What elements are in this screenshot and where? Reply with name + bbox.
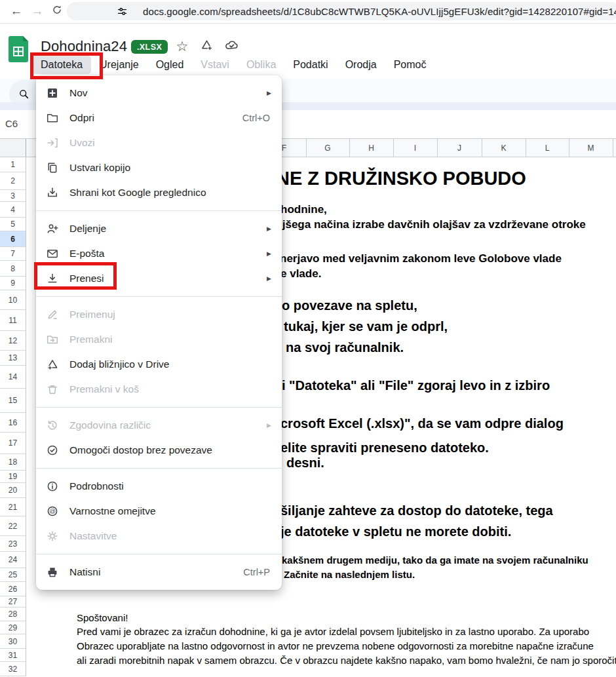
file-menu-item-zgodovina[interactable]: Zgodovina različic▶ xyxy=(36,413,282,438)
column-header-K[interactable]: K xyxy=(482,138,526,157)
copy-icon xyxy=(46,161,59,174)
site-info-icon[interactable] xyxy=(92,6,128,17)
google-sheets-logo-icon[interactable] xyxy=(9,36,28,62)
column-header-M[interactable]: M xyxy=(569,138,613,157)
file-menu-item-deljenje[interactable]: Deljenje▶ xyxy=(36,216,282,241)
file-menu-item-label: Varnostne omejitve xyxy=(69,505,156,517)
menubar-item-orodja[interactable]: Orodja xyxy=(337,56,385,74)
file-menu-item-dodaj-bliznjico[interactable]: Dodaj bližnjico v Drive xyxy=(36,352,282,377)
column-header-I[interactable]: I xyxy=(393,138,437,157)
row-header-23[interactable]: 23 xyxy=(0,536,26,552)
cell-reference-box[interactable]: C6 xyxy=(5,118,18,129)
row-header-12[interactable]: 12 xyxy=(0,331,26,351)
download-icon xyxy=(46,272,59,285)
row-header-7[interactable]: 7 xyxy=(0,247,26,261)
row-header-14[interactable]: 14 xyxy=(0,366,26,389)
file-menu-item-varnostne-omejitve[interactable]: @Varnostne omejitve xyxy=(36,499,282,524)
file-menu-item-label: Dodaj bližnjico v Drive xyxy=(69,358,169,370)
row-header-27[interactable]: 27 xyxy=(0,596,26,608)
file-menu-item-podrobnosti[interactable]: Podrobnosti xyxy=(36,474,282,499)
submenu-arrow-icon: ▶ xyxy=(267,225,271,232)
menubar-item-datoteka[interactable]: Datoteka xyxy=(32,56,91,74)
file-menu-item-odpri[interactable]: OdpriCtrl+O xyxy=(36,106,282,130)
row-header-8[interactable]: 8 xyxy=(0,261,26,277)
column-header-J[interactable]: J xyxy=(437,138,482,157)
row-header-20[interactable]: 20 xyxy=(0,483,26,498)
sheet-cell-text-13: šiljanje zahteve za dostop do datoteke, … xyxy=(280,503,553,518)
row-header-21[interactable]: 21 xyxy=(0,498,26,516)
row-header-15[interactable]: 15 xyxy=(0,389,26,413)
column-header-L[interactable]: L xyxy=(526,138,569,157)
history-icon xyxy=(46,419,59,432)
settings-gear-icon xyxy=(46,530,59,543)
file-menu-item-premakni-v-kos[interactable]: Premakni v koš xyxy=(36,377,282,402)
row-header-13[interactable]: 13 xyxy=(0,351,26,366)
column-header-H[interactable]: H xyxy=(349,138,393,157)
row-header-11[interactable]: 11 xyxy=(0,310,26,331)
file-menu-item-ustvari-kopijo[interactable]: Ustvari kopijo xyxy=(36,155,282,180)
submenu-arrow-icon: ▶ xyxy=(267,250,271,257)
menubar-item-pomoč[interactable]: Pomoč xyxy=(385,56,435,74)
row-header-1[interactable]: 1 xyxy=(0,157,26,172)
file-menu-item-uvozi[interactable]: Uvozi xyxy=(36,130,282,155)
menubar-item-oblika[interactable]: Oblika xyxy=(238,56,284,74)
menu-divider xyxy=(36,554,282,554)
add-drive-shortcut-icon[interactable] xyxy=(199,39,214,54)
menubar-item-podatki[interactable]: Podatki xyxy=(284,56,336,74)
menu-bar: DatotekaUrejanjeOgledVstaviOblikaPodatki… xyxy=(32,54,434,75)
svg-text:@: @ xyxy=(49,507,56,514)
row-header-3[interactable]: 3 xyxy=(0,190,26,202)
file-menu-item-label: Odpri xyxy=(69,112,94,124)
file-menu-item-natisni[interactable]: NatisniCtrl+P xyxy=(36,560,282,585)
save-alt-icon xyxy=(46,186,59,199)
address-bar[interactable]: docs.google.com/spreadsheets/d/1C8ubC8cW… xyxy=(67,2,616,20)
row-header-5[interactable]: 5 xyxy=(0,218,26,231)
row-header-17[interactable]: 17 xyxy=(0,433,26,454)
document-title[interactable]: Dohodnina24 xyxy=(41,38,127,55)
row-header-28[interactable]: 28 xyxy=(0,608,26,621)
submenu-arrow-icon: ▶ xyxy=(267,422,271,429)
cloud-saved-icon[interactable] xyxy=(223,39,239,54)
file-menu-item-dostop-brez-povezave[interactable]: Omogoči dostop brez povezave xyxy=(36,438,282,463)
menubar-item-ogled[interactable]: Ogled xyxy=(147,56,193,74)
row-header-6[interactable]: 6 xyxy=(0,231,26,247)
file-menu-item-nastavitve[interactable]: Nastavitve xyxy=(36,524,282,549)
column-header-G[interactable]: G xyxy=(306,138,349,157)
row-header-26[interactable]: 26 xyxy=(0,582,26,596)
file-menu-item-nov[interactable]: Nov▶ xyxy=(36,81,282,106)
row-header-2[interactable]: 2 xyxy=(0,172,26,190)
file-menu-item-label: Premakni v koš xyxy=(69,383,139,395)
move-folder-icon xyxy=(46,333,59,346)
reload-icon xyxy=(51,4,63,19)
file-menu-item-prenesi[interactable]: Prenesi▶ xyxy=(36,266,282,291)
file-menu-item-premakni[interactable]: Premakni xyxy=(36,327,282,352)
row-header-31[interactable]: 31 xyxy=(0,649,26,662)
star-icon[interactable]: ☆ xyxy=(174,39,190,54)
file-menu-item-label: Premakni xyxy=(69,334,112,345)
browser-reload-icon[interactable] xyxy=(48,3,66,20)
file-menu-item-preimenuj[interactable]: Preimenuj xyxy=(36,302,282,327)
row-header-30[interactable]: 30 xyxy=(0,634,26,649)
browser-back-icon[interactable]: ← xyxy=(8,3,25,20)
row-header-18[interactable]: 18 xyxy=(0,454,26,471)
row-header-9[interactable]: 9 xyxy=(0,277,26,290)
file-menu-item-shrani-kot[interactable]: Shrani kot Google preglednico xyxy=(36,180,282,205)
row-header-19[interactable]: 19 xyxy=(0,471,26,483)
file-menu-item-label: Nov xyxy=(69,87,88,99)
menubar-item-urejanje[interactable]: Urejanje xyxy=(91,56,147,74)
row-header-29[interactable]: 29 xyxy=(0,621,26,634)
browser-forward-icon[interactable]: → xyxy=(29,3,46,20)
row-header-25[interactable]: 25 xyxy=(0,568,26,582)
row-header-16[interactable]: 16 xyxy=(0,413,26,433)
file-menu-item-e-posta[interactable]: E-pošta▶ xyxy=(36,241,282,266)
row-header-22[interactable]: 22 xyxy=(0,516,26,536)
row-header-4[interactable]: 4 xyxy=(0,202,26,218)
row-header-10[interactable]: 10 xyxy=(0,290,26,310)
row-header-24[interactable]: 24 xyxy=(0,552,26,568)
file-menu-item-label: Omogoči dostop brez povezave xyxy=(69,444,212,456)
sheet-cell-text-8: na svoj računalnik. xyxy=(286,340,404,355)
menubar-item-vstavi[interactable]: Vstavi xyxy=(192,56,238,74)
row-header-32[interactable]: 32 xyxy=(0,662,26,676)
select-all-corner[interactable] xyxy=(0,138,26,157)
import-icon xyxy=(46,136,59,149)
